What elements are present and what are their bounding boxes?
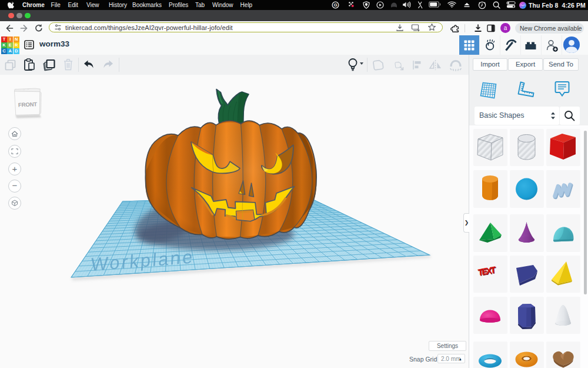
svg-text:FRONT: FRONT [18, 101, 38, 108]
svg-text:G: G [333, 2, 337, 8]
